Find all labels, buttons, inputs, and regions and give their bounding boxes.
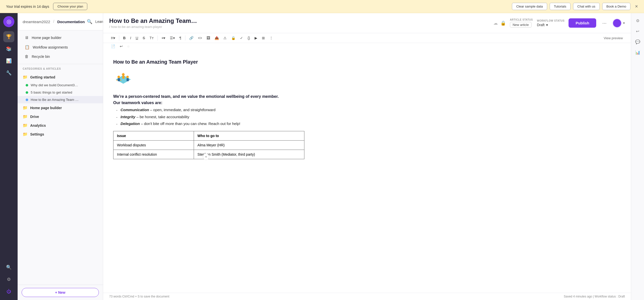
nav-item-recycle-label: Recycle bin [32,55,50,59]
user-controls: ▾ [613,19,625,28]
more-options-button[interactable]: ··· [600,19,609,27]
rest-2: be honest, take accountability [140,115,189,119]
toolbar-heading[interactable]: H▾ [109,35,117,41]
sidebar-icon-trophy[interactable]: 🏆 [3,31,14,42]
sidebar-icon-tools[interactable]: 🔧 [3,67,14,78]
toolbar-code-inline[interactable]: <> [196,35,204,41]
toolbar-embed[interactable]: 📤 [213,35,221,41]
nav-item-home-builder[interactable]: 🖥 Home page builder [20,33,101,42]
nav-item-home-builder-label: Home page builder [32,36,61,40]
toolbar-sep-3 [185,35,185,40]
avatar-chevron-icon[interactable]: ▾ [623,21,625,25]
article-status-group: ARTICLE STATUS New article [510,18,533,28]
toolbar-strikethrough[interactable]: S [141,35,147,41]
sidebar-icon-search[interactable]: 🔍 [3,262,14,273]
demo-button[interactable]: Book a Demo [602,3,631,10]
category-getting-started[interactable]: 📁 Getting started [18,73,103,81]
article-item-1[interactable]: Why did we build Document3… [18,81,103,89]
editor-content[interactable]: How to Be an Amazing Team Player [103,51,631,293]
toolbar-bold[interactable]: B [121,35,127,41]
tutorials-button[interactable]: Tutorials [550,3,571,10]
article-item-2[interactable]: 5 basic things to get started [18,89,103,96]
sidebar-icon-power[interactable]: ⏻ [3,286,14,297]
toolbar-code-block[interactable]: {} [246,35,252,41]
sidebar-icon-books[interactable]: 📚 [3,43,14,54]
toolbar-image[interactable]: 🖼 [205,35,212,41]
table-cell-2-2: Stephen Smith (Mediator, third party) [194,150,304,159]
dot-blue-icon [26,99,28,101]
dot-green-icon-2 [26,91,28,94]
collapse-sidebar-button[interactable]: « [203,153,209,160]
publish-button[interactable]: Publish [569,18,596,28]
logo-icon[interactable]: ◎ [3,16,14,27]
workflow-group: WORKFLOW STATUS Draft ▾ [537,19,565,27]
article-status-badge[interactable]: New article [510,22,532,28]
toolbar-ordered-list[interactable]: ☰▾ [168,35,177,41]
article-slug: / how-to-be-an-amazing-team-player [109,25,489,29]
toolbar-bullet-list[interactable]: ≡▾ [160,35,167,41]
nav-item-recycle[interactable]: 🗑 Recycle bin [20,52,101,61]
toolbar-underline[interactable]: U [134,35,140,41]
editor-statusbar: 73 words Ctrl/Cmd + S to save the docume… [103,293,631,300]
category-drive[interactable]: 📁 Drive [18,112,103,121]
choose-plan-button[interactable]: Choose your plan [53,3,87,10]
toolbar-undo[interactable]: ↩ [118,43,125,50]
nav-separator: / [53,19,54,24]
folder-icon-3: 📁 [23,114,28,119]
icon-sidebar: ◎ 🏆 📚 📊 🔧 🔍 ⚙ ⏻ [0,13,18,300]
toolbar-callout[interactable]: ⚠ [222,35,228,41]
nav-menu: 🖥 Home page builder 📋 Workflow assignmen… [18,30,103,64]
toolbar-italic[interactable]: I [128,35,133,41]
workflow-dropdown[interactable]: Draft ▾ [537,23,548,27]
toolbar-font-size[interactable]: Tᴛ [148,35,156,41]
nav-item-workflow-label: Workflow assignments [33,45,68,49]
toolbar-redo[interactable]: ○ [126,43,131,50]
search-top-icon[interactable]: 🔍 [87,19,92,24]
view-preview-button[interactable]: View preview [602,35,625,41]
lock-icon[interactable]: 🔒 [500,20,506,26]
toolbar-check[interactable]: ✓ [238,35,245,41]
right-panel-gear-icon[interactable]: ⚙ [633,16,642,25]
category-home-builder[interactable]: 📁 Home page builder [18,103,103,112]
right-panel-analytics-icon[interactable]: 📊 [633,48,642,57]
doc-name[interactable]: Documentation [57,20,85,24]
close-banner-button[interactable]: × [635,4,638,9]
right-panel-undo-icon[interactable]: ↩ [633,27,642,36]
toolbar-more[interactable]: ⋮ [268,35,275,41]
right-panel: ⚙ ↩ 💬 📊 [631,13,644,300]
sidebar-icon-table[interactable]: 📊 [3,55,14,66]
learn-label[interactable]: Learn [95,20,103,24]
chat-button[interactable]: Chat with us [573,3,600,10]
article-label-3: How to Be an Amazing Team … [31,98,78,102]
cloud-icon[interactable]: ☁ [493,20,498,26]
org-name: dreamteam2022 [23,20,50,24]
toolbar-paragraph[interactable]: ¶ [178,35,183,41]
nav-header-icons: 🔍 Learn 🔔 View site [87,17,103,27]
toolbar-restricted[interactable]: 🔒 [229,35,237,41]
category-analytics[interactable]: 📁 Analytics [18,121,103,130]
category-label-2: Home page builder [30,106,62,110]
article-item-3[interactable]: How to Be an Amazing Team … [18,96,103,103]
sidebar-icon-settings[interactable]: ⚙ [3,274,14,285]
toolbar-link[interactable]: 🔗 [187,35,195,41]
toolbar-file[interactable]: 📄 [109,43,117,50]
trial-banner: Your trial expires in 14 days Choose you… [0,0,644,13]
nav-sidebar: dreamteam2022 / Documentation 🔍 Learn 🔔 … [18,13,103,300]
right-panel-comments-icon[interactable]: 💬 [633,37,642,46]
user-avatar[interactable] [613,19,622,28]
sep-2: – [136,115,138,119]
editor-toolbar: H▾ B I U S Tᴛ ≡▾ ☰▾ ¶ 🔗 <> 🖼 📤 ⚠ 🔒 ✓ {} … [103,33,631,43]
trial-banner-right: Clear sample data Tutorials Chat with us… [512,3,638,10]
toolbar-sep-1 [119,35,119,40]
new-button[interactable]: + New [22,288,99,297]
nav-item-workflow[interactable]: 📋 Workflow assignments [20,42,101,52]
clear-data-button[interactable]: Clear sample data [512,3,547,10]
table-header-2: Who to go to [194,131,304,140]
toolbar-table[interactable]: ⊞ [260,35,267,41]
article-title-area: How to Be an Amazing Team… / how-to-be-a… [109,17,489,29]
category-settings[interactable]: 📁 Settings [18,130,103,139]
folder-icon-5: 📁 [23,132,28,137]
folder-icon-2: 📁 [23,105,28,110]
category-label-3: Drive [30,115,39,119]
toolbar-video[interactable]: ▶ [253,35,259,41]
